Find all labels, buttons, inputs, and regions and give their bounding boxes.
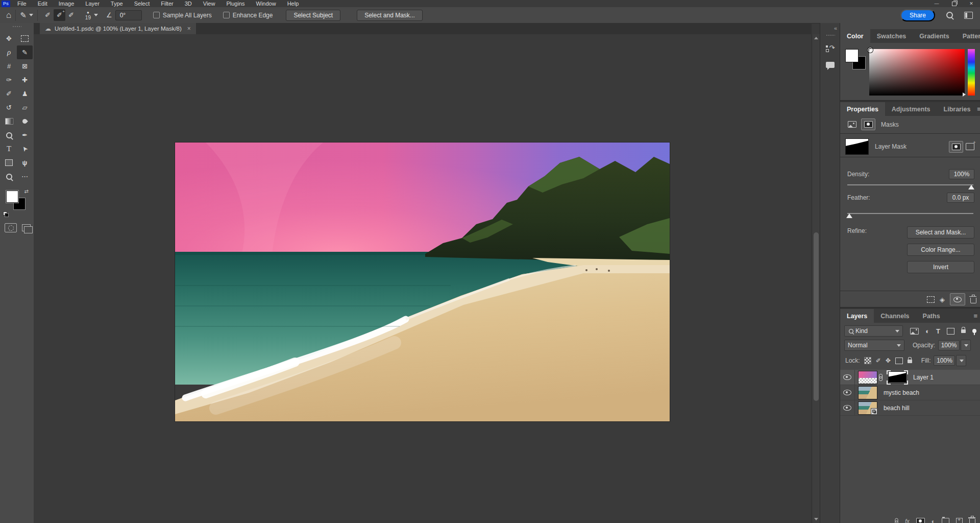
tool-brush[interactable]: ✐ [1,87,17,101]
apply-mask-icon[interactable]: ◈ [940,296,945,303]
properties-select-and-mask-button[interactable]: Select and Mask... [907,226,974,239]
foreground-color-swatch[interactable] [845,49,859,62]
feather-slider-thumb[interactable] [846,213,852,218]
tool-eyedropper[interactable]: ✑ [1,73,17,87]
minimize-button[interactable]: — [928,0,945,7]
panel-menu-icon[interactable]: ≡ [973,309,980,323]
opacity-value[interactable]: 100% [938,340,960,350]
tool-eraser[interactable]: ▱ [17,101,33,114]
screen-mode-button[interactable] [22,224,31,231]
mask-link-icon[interactable] [879,374,883,381]
menu-type[interactable]: Type [111,1,123,7]
tab-swatches[interactable]: Swatches [870,29,913,43]
lock-pixels-icon[interactable]: ✐ [876,357,881,364]
scroll-down-icon[interactable] [814,518,818,520]
add-vector-mask-button[interactable] [963,141,976,152]
tool-lasso[interactable]: ρ [1,45,17,59]
mask-thumbnail-selected[interactable] [887,370,908,385]
new-selection-mode-button[interactable]: ✐ [42,9,54,21]
foreground-color-swatch[interactable] [6,191,18,203]
tool-type[interactable]: T [1,142,17,156]
home-icon[interactable]: ⌂ [6,10,11,20]
tool-history-brush[interactable]: ↺ [1,101,17,114]
tab-properties[interactable]: Properties [840,102,885,116]
lock-all-icon[interactable] [908,360,912,363]
visibility-toggle[interactable] [840,370,855,385]
brush-size-control[interactable]: ● 19 [85,10,91,20]
tool-zoom[interactable] [1,170,17,183]
select-mask-button[interactable] [949,141,963,153]
feather-value[interactable]: 0.0 px [947,193,974,203]
share-button[interactable]: Share [900,9,935,21]
filter-smart-objects-icon[interactable] [961,329,966,333]
color-field[interactable] [869,49,965,96]
canvas-vertical-scrollbar[interactable] [812,34,820,523]
collapse-panels-icon[interactable]: « [834,25,837,31]
toolbar-grip[interactable] [12,26,21,28]
fill-dropdown[interactable] [956,355,966,366]
tab-gradients[interactable]: Gradients [913,29,955,43]
history-panel-button[interactable]: ↷ [820,44,840,53]
delete-layer-icon[interactable] [969,519,975,523]
density-slider[interactable] [847,184,973,185]
search-icon[interactable] [946,12,953,18]
density-value[interactable]: 100% [949,169,974,179]
scrollbar-thumb[interactable] [814,232,819,401]
panel-menu-icon[interactable]: ≡ [977,102,980,116]
swap-colors-icon[interactable]: ⇄ [24,188,29,194]
layer-name[interactable]: beach hill [884,405,910,412]
tool-path-select[interactable]: ➤ [17,142,33,156]
hue-slider[interactable] [968,49,975,96]
disable-mask-button[interactable] [950,293,965,305]
restore-button[interactable] [945,0,963,7]
tool-selection-brush[interactable]: ✎ [17,45,33,59]
filter-toggle-icon[interactable] [972,329,976,333]
close-button[interactable]: ✕ [963,0,980,7]
layer-thumbnail[interactable] [858,371,877,384]
lock-position-icon[interactable]: ✥ [886,357,891,364]
add-selection-mode-button[interactable]: ✐fx+ [54,9,65,21]
menu-plugins[interactable]: Plugins [226,1,244,7]
layer-row-beach-hill[interactable]: beach hill [840,400,980,416]
filter-adjustment-layers-icon[interactable]: ◐ [925,327,929,335]
dock-grip[interactable] [826,34,835,36]
lock-transparency-icon[interactable] [864,357,871,364]
tool-more[interactable]: ⋯ [17,170,33,183]
menu-filter[interactable]: Filter [161,1,173,7]
load-selection-icon[interactable] [927,296,935,303]
brush-preset-caret-icon[interactable] [29,14,33,16]
enhance-edge-checkbox[interactable]: Enhance Edge [223,12,273,19]
tab-color[interactable]: Color [840,29,870,43]
tab-channels[interactable]: Channels [874,309,916,323]
blend-mode-select[interactable]: Normal [844,340,904,351]
menu-select[interactable]: Select [134,1,150,7]
menu-help[interactable]: Help [287,1,299,7]
filter-shape-layers-icon[interactable] [947,328,954,335]
brush-size-caret-icon[interactable] [94,14,98,16]
document-tab[interactable]: ☁ Untitled-1.psdc @ 100% (Layer 1, Layer… [40,23,196,34]
menu-view[interactable]: View [203,1,215,7]
comments-panel-button[interactable] [820,62,840,68]
quick-mask-button[interactable] [5,223,17,232]
filter-pixel-layers-icon[interactable] [910,328,919,335]
tool-dodge[interactable] [1,128,17,142]
layer-row-layer-1[interactable]: Layer 1 [840,370,980,385]
layer-name[interactable]: Layer 1 [913,374,934,381]
menu-edit[interactable]: Edit [38,1,47,7]
tab-adjustments[interactable]: Adjustments [885,102,937,116]
sample-all-layers-checkbox[interactable]: Sample All Layers [153,12,212,19]
scroll-up-icon[interactable] [814,37,818,39]
tool-move[interactable]: ✥ [1,32,17,45]
filter-type-layers-icon[interactable]: T [936,327,940,335]
menu-window[interactable]: Window [256,1,276,7]
workspace-icon[interactable] [964,12,973,19]
tab-layers[interactable]: Layers [840,309,874,323]
mask-properties-button[interactable] [861,118,875,130]
menu-3d[interactable]: 3D [185,1,192,7]
default-colors-icon[interactable] [3,211,8,216]
new-adjustment-layer-icon[interactable]: ◐ [932,518,935,523]
add-layer-mask-icon[interactable] [916,518,925,523]
visibility-toggle[interactable] [840,385,855,400]
menu-image[interactable]: Image [59,1,75,7]
menu-file[interactable]: File [17,1,27,7]
